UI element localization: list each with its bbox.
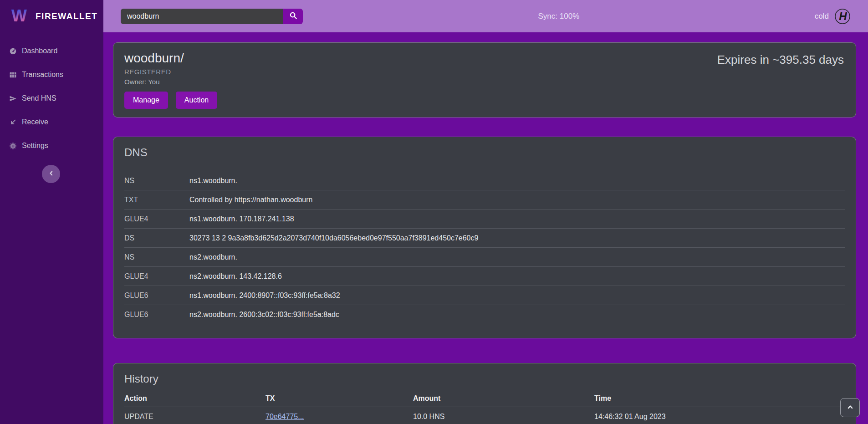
speedometer-icon: [9, 47, 17, 55]
sidebar-item-dashboard[interactable]: Dashboard: [0, 39, 103, 63]
dns-record-type: TXT: [124, 196, 189, 204]
sync-status: Sync: 100%: [538, 12, 580, 21]
auction-button[interactable]: Auction: [176, 92, 217, 109]
sidebar-collapse-button[interactable]: [42, 165, 60, 183]
history-header-amount: Amount: [413, 394, 594, 403]
dns-record-type: GLUE4: [124, 215, 189, 223]
wallet-group: cold H: [815, 8, 851, 25]
domain-owner: Owner: You: [124, 78, 845, 86]
arrow-down-left-icon: [9, 118, 17, 126]
sidebar-menu: Dashboard Transactions Send HNS: [0, 39, 103, 158]
magnifier-icon: [289, 11, 297, 21]
sidebar-item-label: Transactions: [22, 71, 63, 79]
history-time: 14:46:32 01 Aug 2023: [594, 413, 845, 421]
table-grid-icon: [9, 71, 17, 79]
scroll-to-top-button[interactable]: [840, 398, 860, 417]
domain-card: woodburn/ REGISTERED Owner: You Manage A…: [113, 42, 856, 117]
history-header-row: Action TX Amount Time: [124, 390, 845, 407]
gear-icon: [9, 142, 17, 150]
svg-text:W: W: [11, 6, 27, 25]
sidebar: W FIREWALLET Dashboard: [0, 0, 103, 424]
paper-plane-icon: [9, 95, 17, 102]
dns-record-type: GLUE4: [124, 272, 189, 281]
history-action: UPDATE: [124, 413, 266, 421]
sidebar-item-receive[interactable]: Receive: [0, 110, 103, 134]
wallet-name: cold: [815, 12, 829, 21]
dns-record-type: GLUE6: [124, 291, 189, 300]
search-input[interactable]: [121, 9, 283, 24]
sidebar-item-send-hns[interactable]: Send HNS: [0, 87, 103, 110]
dns-record-value: ns1.woodburn. 170.187.241.138: [189, 215, 294, 223]
dns-record-value: Controlled by https://nathan.woodburn: [189, 196, 312, 204]
dns-record-row: GLUE4 ns2.woodburn. 143.42.128.6: [124, 267, 845, 286]
manage-button[interactable]: Manage: [124, 92, 168, 109]
sidebar-item-label: Receive: [22, 118, 48, 126]
firewallet-logo-icon: W: [9, 6, 29, 27]
history-header-tx: TX: [266, 394, 413, 403]
domain-status: REGISTERED: [124, 68, 845, 76]
history-row: UPDATE 70e64775... 10.0 HNS 14:46:32 01 …: [124, 407, 845, 424]
dns-record-row: GLUE4 ns1.woodburn. 170.187.241.138: [124, 209, 845, 229]
dns-record-row: DS 30273 13 2 9a3a8fb3d625d2a2073d740f10…: [124, 229, 845, 248]
sidebar-item-settings[interactable]: Settings: [0, 134, 103, 158]
handshake-logo-icon[interactable]: H: [834, 8, 851, 25]
brand-header: W FIREWALLET: [0, 0, 103, 33]
history-amount: 10.0 HNS: [413, 413, 594, 421]
brand-title: FIREWALLET: [36, 11, 97, 21]
dns-record-type: NS: [124, 177, 189, 185]
dns-table: NS ns1.woodburn. TXT Controlled by https…: [124, 171, 845, 324]
chevron-up-icon: [847, 404, 854, 412]
dns-record-value: 30273 13 2 9a3a8fb3d625d2a2073d740f10da6…: [189, 234, 478, 242]
dns-card: DNS NS ns1.woodburn. TXT Controlled by h…: [113, 137, 856, 338]
search-group: [121, 9, 303, 24]
dns-record-value: ns1.woodburn. 2400:8907::f03c:93ff:fe5a:…: [189, 291, 340, 300]
history-table: Action TX Amount Time UPDATE 70e64775...…: [124, 390, 845, 424]
dns-card-title: DNS: [124, 146, 845, 159]
dns-record-row: TXT Controlled by https://nathan.woodbur…: [124, 190, 845, 209]
dns-record-row: NS ns1.woodburn.: [124, 171, 845, 190]
dns-record-row: GLUE6 ns2.woodburn. 2600:3c02::f03c:93ff…: [124, 305, 845, 324]
history-header-time: Time: [594, 394, 845, 403]
sidebar-item-label: Dashboard: [22, 47, 57, 55]
dns-record-value: ns2.woodburn.: [189, 253, 237, 261]
tx-link[interactable]: 70e64775...: [266, 413, 304, 420]
dns-record-type: NS: [124, 253, 189, 261]
history-header-action: Action: [124, 394, 266, 403]
dns-record-row: GLUE6 ns1.woodburn. 2400:8907::f03c:93ff…: [124, 286, 845, 305]
sidebar-item-label: Send HNS: [22, 94, 56, 102]
sidebar-item-transactions[interactable]: Transactions: [0, 63, 103, 87]
topbar: Sync: 100% cold H: [103, 0, 868, 32]
history-card-title: History: [124, 373, 845, 385]
history-card: History Action TX Amount Time UPDATE 70e…: [113, 363, 856, 424]
dns-record-type: DS: [124, 234, 189, 242]
svg-text:H: H: [839, 10, 847, 22]
expires-label: Expires in ~395.35 days: [717, 53, 844, 67]
search-button[interactable]: [283, 9, 303, 24]
dns-record-row: NS ns2.woodburn.: [124, 248, 845, 267]
sidebar-item-label: Settings: [22, 142, 48, 150]
dns-record-value: ns2.woodburn. 2600:3c02::f03c:93ff:fe5a:…: [189, 311, 339, 319]
main-content: woodburn/ REGISTERED Owner: You Manage A…: [103, 32, 868, 424]
dns-record-value: ns2.woodburn. 143.42.128.6: [189, 272, 282, 281]
dns-record-type: GLUE6: [124, 311, 189, 319]
dns-record-value: ns1.woodburn.: [189, 177, 237, 185]
chevron-left-icon: [48, 170, 55, 178]
